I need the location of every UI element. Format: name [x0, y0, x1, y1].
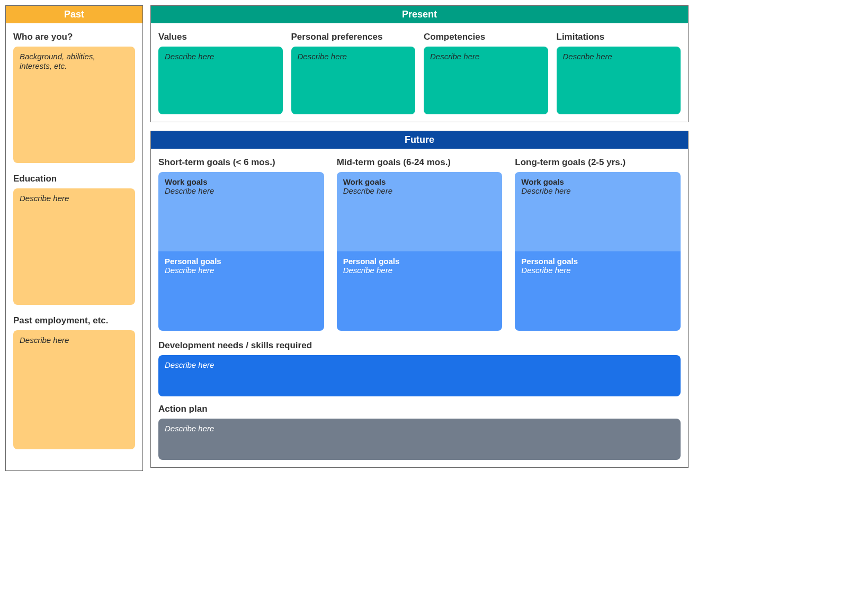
employment-title: Past employment, etc. [13, 315, 135, 326]
values-box[interactable]: Describe here [158, 47, 283, 114]
present-header: Present [151, 6, 688, 23]
mid-work-box[interactable]: Work goals Describe here [337, 172, 503, 251]
long-term-title: Long-term goals (2-5 yrs.) [515, 157, 681, 168]
preferences-column: Personal preferences Describe here [291, 29, 416, 114]
education-title: Education [13, 174, 135, 184]
devneeds-placeholder: Describe here [165, 360, 214, 369]
short-work-placeholder: Describe here [165, 186, 318, 195]
actionplan-box[interactable]: Describe here [158, 419, 681, 460]
long-term-column: Long-term goals (2-5 yrs.) Work goals De… [515, 154, 681, 331]
actionplan-title: Action plan [158, 404, 681, 414]
short-personal-placeholder: Describe here [165, 266, 318, 275]
mid-term-column: Mid-term goals (6-24 mos.) Work goals De… [337, 154, 503, 331]
future-panel: Future Short-term goals (< 6 mos.) Work … [150, 131, 689, 468]
mid-work-label: Work goals [343, 177, 496, 186]
long-work-placeholder: Describe here [521, 186, 674, 195]
short-term-title: Short-term goals (< 6 mos.) [158, 157, 324, 168]
preferences-title: Personal preferences [291, 32, 416, 42]
mid-personal-placeholder: Describe here [343, 266, 496, 275]
short-work-label: Work goals [165, 177, 318, 186]
competencies-box[interactable]: Describe here [424, 47, 548, 114]
long-personal-box[interactable]: Personal goals Describe here [515, 251, 681, 331]
employment-placeholder: Describe here [20, 336, 69, 345]
short-personal-box[interactable]: Personal goals Describe here [158, 251, 324, 331]
competencies-column: Competencies Describe here [424, 29, 548, 114]
competencies-title: Competencies [424, 32, 548, 42]
limitations-box[interactable]: Describe here [557, 47, 681, 114]
long-work-box[interactable]: Work goals Describe here [515, 172, 681, 251]
long-work-label: Work goals [521, 177, 674, 186]
competencies-placeholder: Describe here [430, 52, 479, 61]
long-personal-placeholder: Describe here [521, 266, 674, 275]
devneeds-title: Development needs / skills required [158, 340, 681, 351]
mid-personal-label: Personal goals [343, 257, 496, 266]
past-panel: Past Who are you? Background, abilities,… [5, 5, 143, 471]
short-work-box[interactable]: Work goals Describe here [158, 172, 324, 251]
future-header: Future [151, 131, 688, 149]
career-plan-canvas: Past Who are you? Background, abilities,… [5, 5, 689, 471]
short-term-column: Short-term goals (< 6 mos.) Work goals D… [158, 154, 324, 331]
long-personal-label: Personal goals [521, 257, 674, 266]
who-title: Who are you? [13, 32, 135, 42]
limitations-title: Limitations [557, 32, 681, 42]
goals-grid: Short-term goals (< 6 mos.) Work goals D… [158, 154, 681, 331]
values-placeholder: Describe here [165, 52, 214, 61]
who-placeholder: Background, abilities, interests, etc. [20, 52, 95, 70]
mid-work-placeholder: Describe here [343, 186, 496, 195]
who-box[interactable]: Background, abilities, interests, etc. [13, 47, 135, 163]
education-placeholder: Describe here [20, 194, 69, 203]
limitations-column: Limitations Describe here [557, 29, 681, 114]
values-title: Values [158, 32, 283, 42]
past-header: Past [6, 6, 142, 23]
mid-term-title: Mid-term goals (6-24 mos.) [337, 157, 503, 168]
right-column: Present Values Describe here Personal pr… [150, 5, 689, 471]
present-panel: Present Values Describe here Personal pr… [150, 5, 689, 122]
preferences-box[interactable]: Describe here [291, 47, 416, 114]
short-personal-label: Personal goals [165, 257, 318, 266]
devneeds-box[interactable]: Describe here [158, 355, 681, 396]
actionplan-placeholder: Describe here [165, 424, 214, 433]
mid-personal-box[interactable]: Personal goals Describe here [337, 251, 503, 331]
values-column: Values Describe here [158, 29, 283, 114]
employment-box[interactable]: Describe here [13, 330, 135, 449]
education-box[interactable]: Describe here [13, 188, 135, 305]
limitations-placeholder: Describe here [563, 52, 612, 61]
preferences-placeholder: Describe here [298, 52, 347, 61]
